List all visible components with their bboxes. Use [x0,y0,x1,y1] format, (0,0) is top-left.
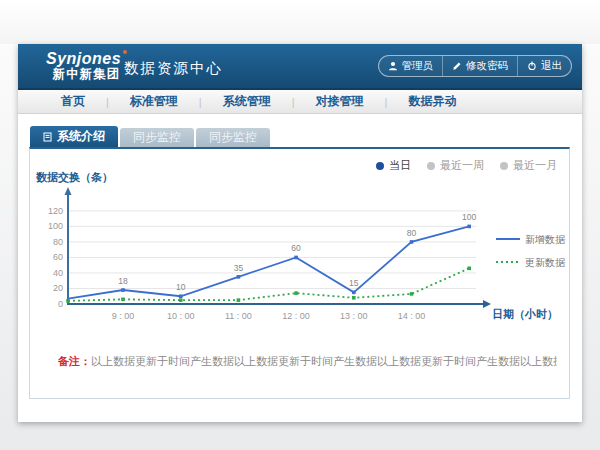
footnote-text: 以上数据更新于时间产生数据以上数据更新于时间产生数据以上数据更新于时间产生数据以… [91,355,557,367]
logo: Synjones 新中新集团 [46,50,127,82]
nav-item-0[interactable]: 首页 [40,93,106,110]
user-menu-label: 修改密码 [466,59,508,73]
svg-text:0: 0 [58,299,63,309]
tab-1[interactable]: 同步监控 [120,128,194,147]
app-window: Synjones 新中新集团 数据资源中心 管理员修改密码退出 首页|标准管理|… [18,44,582,422]
svg-text:100: 100 [462,212,476,222]
svg-text:60: 60 [53,252,63,262]
power-icon [527,61,537,71]
svg-text:13 : 00: 13 : 00 [340,311,368,321]
svg-text:10: 10 [176,282,186,292]
svg-text:20: 20 [53,283,63,293]
svg-text:120: 120 [48,206,63,216]
svg-text:数据交换（条）: 数据交换（条） [35,171,113,184]
page-title: 数据资源中心 [124,59,223,78]
user-menu: 管理员修改密码退出 [378,55,573,77]
svg-text:40: 40 [53,268,63,278]
tab-label: 同步监控 [209,129,257,146]
svg-text:新增数据: 新增数据 [525,234,566,245]
user-menu-label: 管理员 [402,59,434,73]
tab-label: 系统介绍 [57,128,105,145]
svg-text:更新数据: 更新数据 [525,257,566,268]
user-menu-label: 退出 [541,59,562,73]
svg-text:80: 80 [53,237,63,247]
exchange-chart: 0204060801001209 : 0010 : 0011 : 0012 : … [30,163,571,338]
nav-item-2[interactable]: 系统管理 [202,93,292,110]
svg-text:14 : 00: 14 : 00 [398,311,426,321]
desktop-background [0,0,600,44]
document-icon [43,132,52,142]
svg-text:60: 60 [291,243,301,253]
logo-company: 新中新集团 [46,67,127,82]
svg-text:日期（小时）: 日期（小时） [492,308,558,321]
nav-item-3[interactable]: 对接管理 [295,93,385,110]
user-menu-logout[interactable]: 退出 [517,56,571,76]
user-menu-account[interactable]: 管理员 [379,56,443,76]
user-icon [388,61,398,71]
svg-text:11 : 00: 11 : 00 [225,311,252,321]
edit-icon [452,61,462,71]
screen: Synjones 新中新集团 数据资源中心 管理员修改密码退出 首页|标准管理|… [0,0,600,450]
svg-text:100: 100 [48,221,63,231]
nav-item-1[interactable]: 标准管理 [109,93,199,110]
svg-text:12 : 00: 12 : 00 [282,311,310,321]
content-panel: 当日最近一周最近一月 0204060801001209 : 0010 : 001… [29,147,570,399]
tab-2[interactable]: 同步监控 [196,128,270,147]
tab-bar: 系统介绍同步监控同步监控 [30,126,270,147]
user-menu-change-password[interactable]: 修改密码 [442,56,517,76]
tab-label: 同步监控 [133,129,181,146]
app-header: Synjones 新中新集团 数据资源中心 管理员修改密码退出 [18,44,582,90]
nav-item-4[interactable]: 数据异动 [387,93,477,110]
main-nav: 首页|标准管理|系统管理|对接管理|数据异动 [18,90,582,114]
svg-text:9 : 00: 9 : 00 [112,311,135,321]
svg-text:18: 18 [118,276,128,286]
svg-text:10 : 00: 10 : 00 [167,311,195,321]
logo-brand: Synjones [46,50,127,67]
tab-0[interactable]: 系统介绍 [30,126,118,147]
svg-text:15: 15 [349,278,359,288]
footnote-label: 备注： [58,355,91,367]
footnote: 备注：以上数据更新于时间产生数据以上数据更新于时间产生数据以上数据更新于时间产生… [58,354,557,369]
svg-text:35: 35 [234,263,244,273]
svg-text:80: 80 [407,228,417,238]
